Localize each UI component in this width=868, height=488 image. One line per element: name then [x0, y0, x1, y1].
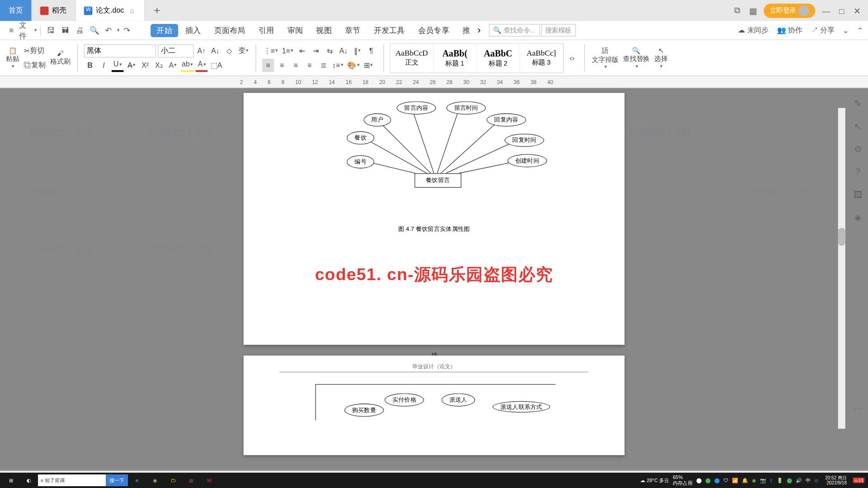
minimize-button[interactable]: — [821, 6, 831, 15]
distribute-icon[interactable]: ≣ [317, 58, 330, 71]
settings-icon[interactable]: ⚙ [852, 144, 864, 156]
close-button[interactable]: ✕ [853, 6, 862, 15]
weather-widget[interactable]: ☁ 28°C 多云 [640, 477, 669, 484]
ime-indicator[interactable]: 中 [806, 477, 811, 484]
cursor-icon[interactable]: ↖ [852, 121, 864, 133]
underline-button[interactable]: U▾ [112, 58, 124, 71]
collapse-ribbon-icon[interactable]: ⌃ [857, 26, 863, 35]
copy-button[interactable]: ⿻ 复制 [23, 58, 47, 71]
document-area[interactable]: 留言内容 留言时间 用户 回复内容 餐饮 回复时间 编号 创建时间 餐饮留言 图… [0, 88, 868, 471]
align-right-icon[interactable]: ≡ [290, 58, 302, 71]
font-size-input[interactable] [158, 44, 194, 57]
image-tool-icon[interactable]: 🖼 [852, 189, 864, 202]
menu-tab-chapter[interactable]: 章节 [339, 21, 367, 40]
tray-icon[interactable]: 🛡 [723, 478, 728, 483]
char-border-icon[interactable]: ⬚A [210, 58, 224, 71]
sort-icon[interactable]: A↓ [338, 44, 350, 57]
save-icon[interactable]: 🖫 [44, 23, 57, 37]
cut-button[interactable]: ✂ 剪切 [23, 44, 45, 57]
search-command[interactable]: 🔍 查找命令... [489, 24, 540, 37]
scroll-thumb[interactable] [838, 228, 845, 246]
undo-icon[interactable]: ↶ [102, 23, 115, 37]
close-icon[interactable]: ⌂ [127, 6, 136, 15]
login-button[interactable]: 立即登录 [764, 3, 815, 18]
tray-icon[interactable]: ⬤ [787, 478, 792, 483]
pen-icon[interactable]: ✎ [852, 99, 864, 111]
volume-icon[interactable]: 🔊 [796, 478, 802, 483]
menu-tab-vip[interactable]: 会员专享 [412, 21, 456, 40]
file-menu[interactable]: 文件 [19, 23, 32, 37]
format-painter-button[interactable]: 🖌格式刷 [49, 43, 71, 72]
memory-widget[interactable]: 65%内存占用 [673, 474, 693, 487]
sync-status[interactable]: ☁ 未同步 [738, 25, 769, 36]
diamond-icon[interactable]: ◈ [852, 212, 864, 225]
chevron-down-icon[interactable]: ⌄ [843, 26, 849, 35]
coop-button[interactable]: 👥 协作 [777, 25, 802, 36]
style-normal[interactable]: AaBbCcD正文 [390, 43, 434, 72]
scrollbar[interactable] [838, 108, 845, 429]
clock[interactable]: 20:52 周日2022/9/18 [822, 475, 849, 485]
explorer-icon[interactable]: 🗀 [164, 473, 182, 488]
decrease-indent-icon[interactable]: ⇤ [296, 44, 308, 57]
tray-icon[interactable]: ◎ [814, 478, 819, 483]
shrink-font-icon[interactable]: A↓ [209, 44, 222, 57]
subscript-button[interactable]: X₂ [153, 58, 165, 71]
font-name-input[interactable] [84, 44, 156, 57]
italic-button[interactable]: I [98, 58, 110, 71]
menu-tab-dev[interactable]: 开发工具 [368, 21, 411, 40]
notifications-icon[interactable]: ▭13 [853, 478, 864, 483]
tray-icon[interactable]: ⬤ [705, 478, 711, 483]
numbering-icon[interactable]: 1≡▾ [281, 44, 294, 57]
tab-add[interactable]: + [145, 0, 169, 21]
show-marks-icon[interactable]: ¶ [365, 44, 377, 57]
select-button[interactable]: ↖选择▾ [653, 43, 669, 72]
text-effects-icon[interactable]: A▾ [167, 58, 179, 71]
tab-home[interactable]: 首页 [0, 0, 32, 21]
ie-icon[interactable]: e [128, 473, 146, 488]
start-button[interactable]: ⊞ [2, 473, 20, 488]
menu-tab-reference[interactable]: 引用 [253, 21, 280, 40]
grow-font-icon[interactable]: A↑ [196, 44, 208, 57]
bluetooth-icon[interactable]: ᛒ [770, 478, 773, 483]
style-gallery[interactable]: AaBbCcD正文 AaBb(标题 1 AaBbC标题 2 AaBbCc]标题 … [390, 43, 564, 73]
tray-icon[interactable]: ⬤ [714, 478, 720, 483]
copilot-icon[interactable]: ◐ [20, 473, 38, 488]
menu-tab-insert[interactable]: 插入 [179, 21, 207, 40]
tray-icon[interactable]: 📷 [760, 478, 766, 483]
grid-icon[interactable]: ▦ [748, 6, 758, 15]
paste-button[interactable]: 📋粘贴▾ [5, 43, 21, 72]
style-h2[interactable]: AaBbC标题 2 [477, 43, 520, 72]
highlight-button[interactable]: ab▾ [180, 58, 194, 71]
search-template[interactable]: 搜索模板 [541, 24, 576, 37]
shading-icon[interactable]: 🎨▾ [346, 58, 361, 71]
superscript-button[interactable]: X² [139, 58, 151, 71]
style-more-icon[interactable]: ‹› [566, 51, 578, 64]
search-go-button[interactable]: 搜一下 [106, 474, 128, 486]
save-as-icon[interactable]: 🖬 [59, 23, 72, 37]
browser-icon[interactable]: ◉ [146, 473, 164, 488]
menu-tab-view[interactable]: 视图 [310, 21, 338, 40]
phonetic-icon[interactable]: 变▾ [237, 44, 250, 57]
wps-icon[interactable]: W [200, 473, 218, 488]
redo-icon[interactable]: ↷ [121, 23, 134, 37]
layout-icon[interactable]: ⧉ [732, 5, 742, 16]
chevron-right-icon[interactable]: › [477, 25, 481, 36]
taskbar-search[interactable]: e 知了背调 [38, 474, 106, 486]
app-icon[interactable]: ◎ [182, 473, 200, 488]
preview-icon[interactable]: 🔍 [88, 23, 101, 37]
asian-layout-icon[interactable]: ⇆ [324, 44, 336, 57]
menu-tab-review[interactable]: 审阅 [281, 21, 309, 40]
ruler[interactable]: 246810121416182022242628303234363840 [0, 76, 868, 89]
print-icon[interactable]: 🖨 [73, 23, 86, 37]
menu-icon[interactable]: ≡ [5, 23, 18, 37]
tab-document[interactable]: 论文.doc⌂ [75, 0, 145, 21]
align-justify-icon[interactable]: ≡ [303, 58, 316, 71]
help-icon[interactable]: ? [852, 167, 864, 179]
borders-icon[interactable]: ⊞▾ [363, 58, 375, 71]
font-color-button[interactable]: A▾ [196, 58, 208, 71]
find-replace-button[interactable]: 🔍查找替换▾ [622, 43, 651, 72]
maximize-button[interactable]: □ [837, 6, 846, 15]
align-center-icon[interactable]: ≡ [276, 58, 288, 71]
style-h1[interactable]: AaBb(标题 1 [434, 43, 477, 72]
nvidia-icon[interactable]: ◉ [752, 478, 756, 483]
